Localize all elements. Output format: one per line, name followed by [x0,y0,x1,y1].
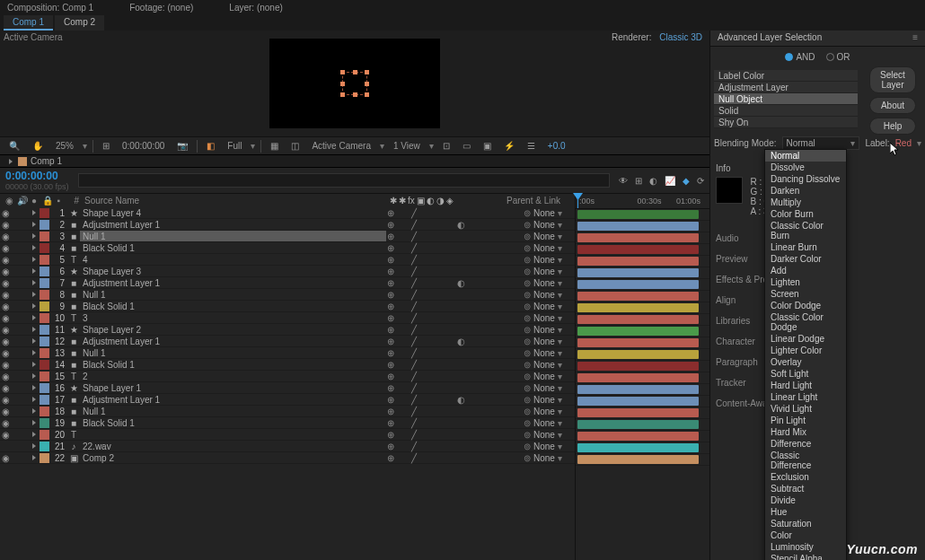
layer-row[interactable]: ◉ 15 T 2 ⊕ ╱ ⊚None▾ [0,371,575,382]
layer-duration-bar[interactable] [577,350,699,359]
layer-bar-row[interactable] [576,396,709,407]
layer-duration-bar[interactable] [577,280,699,289]
parent-dropdown[interactable]: ⊚None▾ [521,267,575,276]
layer-row[interactable]: ◉ 18 ■ Null 1 ⊕ ╱ ⊚None▾ [0,406,575,417]
col-switch2[interactable]: ✱ [399,196,406,206]
filter-item[interactable]: Solid [714,105,858,117]
blend-mode-option[interactable]: Darken [765,185,846,197]
layer-duration-bar[interactable] [577,303,699,312]
label-color-swatch[interactable] [40,232,49,241]
label-color-swatch[interactable] [40,208,49,218]
views-dropdown[interactable]: 1 View [390,141,424,151]
layer-duration-bar[interactable] [577,233,699,242]
layer-bar-row[interactable] [576,209,709,221]
blend-mode-option[interactable]: Color [765,529,846,541]
twirl-icon[interactable] [9,159,13,164]
layer-search-input[interactable] [78,173,610,188]
render-icon[interactable]: ⟳ [697,176,704,186]
shy-switch[interactable]: ⊕ [386,383,395,393]
layer-bar-row[interactable] [576,279,709,291]
visibility-toggle-icon[interactable]: ◉ [0,407,11,416]
parent-dropdown[interactable]: ⊚None▾ [521,372,575,381]
blend-mode-option[interactable]: Difference [765,438,846,450]
twirl-icon[interactable] [32,397,36,402]
layer-bar-row[interactable] [576,221,709,232]
quality-switch[interactable]: ╱ [410,232,418,241]
layer-duration-bar[interactable] [577,397,699,406]
layer-duration-bar[interactable] [577,338,699,347]
blend-mode-option[interactable]: Classic Color Dodge [765,311,846,333]
visibility-toggle-icon[interactable]: ◉ [0,430,11,440]
about-button[interactable]: About [869,97,916,114]
layer-name[interactable]: Null 1 [83,290,106,300]
label-color-swatch[interactable] [40,302,49,311]
blending-mode-dropdown[interactable]: Normal▾ [782,136,860,150]
layer-row[interactable]: ◉ 19 ■ Black Solid 1 ⊕ ╱ ⊚None▾ [0,417,575,429]
quality-switch[interactable]: ╱ [410,383,418,393]
blend-mode-option[interactable]: Screen [765,288,846,300]
layer-name[interactable]: Shape Layer 4 [83,208,141,218]
layer-list[interactable]: ◉ 1 ★ Shape Layer 4 ⊕ ╱ ⊚None▾ ◉ 2 ■ Adj… [0,207,575,560]
col-switch3[interactable]: ▣ [417,196,425,206]
quality-switch[interactable]: ╱ [410,453,418,463]
grid-icon[interactable]: ▦ [267,141,282,151]
filter-item[interactable]: Label Color [714,70,858,82]
label-value[interactable]: Red [895,138,912,148]
layer-bar-row[interactable] [576,361,709,372]
shy-toggle-icon[interactable]: 👁 [619,176,628,186]
layer-bars[interactable] [576,209,709,560]
parent-dropdown[interactable]: ⊚None▾ [521,325,575,335]
renderer-label[interactable]: Renderer: Classic 3D [612,32,702,42]
visibility-toggle-icon[interactable]: ◉ [0,302,11,311]
layer-duration-bar[interactable] [577,245,699,254]
blend-mode-option[interactable]: Color Burn [765,208,846,220]
parent-dropdown[interactable]: ⊚None▾ [521,278,575,288]
parent-dropdown[interactable]: ⊚None▾ [521,348,575,358]
project-comp-item[interactable]: Comp 1 [4,155,67,167]
quality-switch[interactable]: ╱ [410,348,418,358]
shy-switch[interactable]: ⊕ [386,255,395,265]
frame-blend-icon[interactable]: ⊞ [635,176,642,186]
view-options-icon[interactable]: ⊡ [439,141,454,151]
layer-name[interactable]: Adjustment Layer 1 [83,395,160,405]
guides-icon[interactable]: ◫ [287,141,303,151]
adjustment-switch[interactable]: ◐ [456,278,465,288]
layer-bar-row[interactable] [576,384,709,396]
parent-dropdown[interactable]: ⊚None▾ [521,418,575,428]
parent-dropdown[interactable]: ⊚None▾ [521,220,575,230]
motion-blur-toggle-icon[interactable]: ◐ [649,176,657,186]
label-color-swatch[interactable] [40,442,49,451]
layer-name[interactable]: Adjustment Layer 1 [83,337,160,346]
label-color-swatch[interactable] [40,407,49,416]
twirl-icon[interactable] [32,210,36,215]
col-mb[interactable]: ◐ [427,196,435,206]
visibility-toggle-icon[interactable]: ◉ [0,348,11,358]
layer-row[interactable]: ◉ 13 ■ Null 1 ⊕ ╱ ⊚None▾ [0,347,575,359]
roi-icon[interactable]: ▭ [459,141,474,151]
shy-switch[interactable]: ⊕ [386,232,395,241]
twirl-icon[interactable] [32,280,36,285]
quality-switch[interactable]: ╱ [410,395,418,405]
visibility-toggle-icon[interactable]: ◉ [0,220,11,230]
layer-row[interactable]: ◉ 9 ■ Black Solid 1 ⊕ ╱ ⊚None▾ [0,301,575,312]
shy-switch[interactable]: ⊕ [386,290,395,300]
quality-switch[interactable]: ╱ [410,290,418,300]
layer-bar-row[interactable] [576,442,709,454]
layer-row[interactable]: ◉ 22 ▣ Comp 2 ⊕ ╱ ⊚None▾ [0,452,575,464]
label-color-swatch[interactable] [40,267,49,276]
layer-name[interactable]: Adjustment Layer 1 [83,220,160,230]
layer-row[interactable]: ◉ 12 ■ Adjustment Layer 1 ⊕ ╱ ◐ ⊚None▾ [0,336,575,347]
layer-bar-row[interactable] [576,244,709,256]
parent-dropdown[interactable]: ⊚None▾ [521,337,575,346]
layer-row[interactable]: ◉ 3 ■ Null 1 ⊕ ╱ ⊚None▾ [0,231,575,242]
parent-dropdown[interactable]: ⊚None▾ [521,290,575,300]
quality-switch[interactable]: ╱ [410,407,418,416]
shy-switch[interactable]: ⊕ [386,453,395,463]
twirl-icon[interactable] [32,268,36,274]
layer-row[interactable]: ◉ 5 T 4 ⊕ ╱ ⊚None▾ [0,254,575,266]
filter-item[interactable]: Shy On [714,117,858,128]
blend-mode-option[interactable]: Saturation [765,518,846,529]
layer-row[interactable]: ◉ 8 ■ Null 1 ⊕ ╱ ⊚None▾ [0,289,575,301]
parent-dropdown[interactable]: ⊚None▾ [521,255,575,265]
graph-editor-icon[interactable]: 📈 [665,176,675,186]
